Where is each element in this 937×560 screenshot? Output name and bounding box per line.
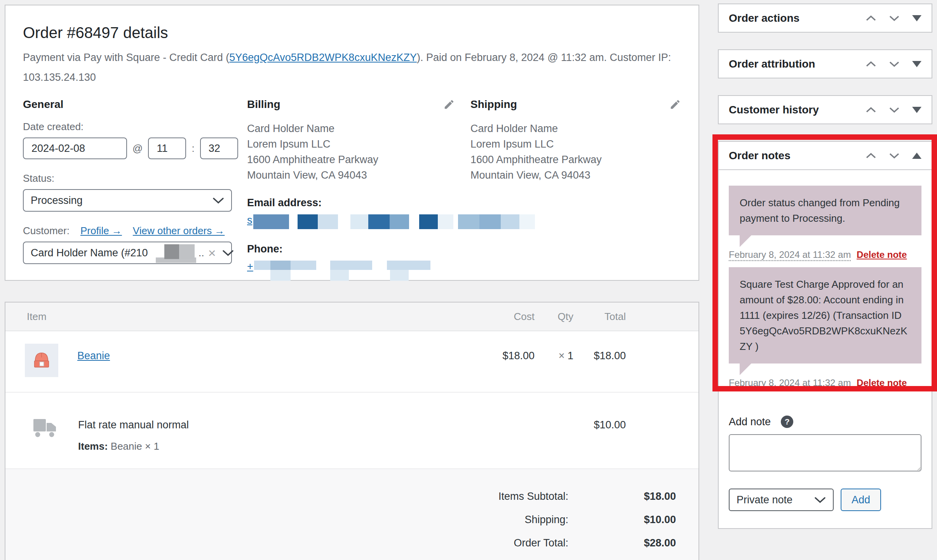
clear-selection-icon[interactable]: ×	[208, 246, 216, 259]
transaction-id-link[interactable]: 5Y6egQcAvo5RDB2WPK8cxuKNezKZY	[229, 52, 417, 63]
note-textarea[interactable]	[729, 434, 921, 471]
shipping-address-line: Lorem Ipsum LLC	[470, 136, 681, 152]
product-thumbnail	[25, 344, 58, 377]
order-notes-title: Order notes	[729, 150, 866, 162]
order-note: Square Test Charge Approved for an amoun…	[729, 267, 921, 388]
move-down-icon[interactable]	[889, 106, 900, 113]
billing-section: Billing Card Holder Name Lorem Ipsum LLC…	[247, 98, 470, 281]
chevron-down-icon	[814, 496, 826, 504]
move-down-icon[interactable]	[889, 61, 900, 68]
customer-value-ellipsis: ..	[199, 247, 204, 259]
line-item-total: $18.00	[573, 331, 626, 392]
collapse-toggle-icon[interactable]	[912, 107, 921, 113]
redacted-customer-id	[149, 243, 196, 262]
add-note-label: Add note	[729, 416, 771, 428]
move-down-icon[interactable]	[889, 15, 900, 22]
sidebar: Order actions Order attribution Customer…	[718, 3, 932, 529]
note-text: Square Test Charge Approved for an amoun…	[729, 267, 921, 363]
at-symbol: @	[132, 143, 143, 155]
profile-link[interactable]: Profile →	[80, 225, 122, 237]
shipping-line-item-row: Flat rate manual normal Items: Beanie × …	[5, 393, 698, 469]
help-icon[interactable]: ?	[781, 416, 793, 428]
items-table-header: Item Cost Qty Total	[5, 303, 698, 331]
totals-row: Order Total: $28.00	[5, 535, 698, 551]
view-other-orders-link[interactable]: View other orders →	[133, 225, 225, 237]
move-up-icon[interactable]	[866, 61, 876, 68]
shipping-heading: Shipping	[470, 98, 517, 111]
customer-history-title: Customer history	[729, 104, 866, 116]
delete-note-link[interactable]: Delete note	[857, 249, 907, 260]
collapse-toggle-icon[interactable]	[912, 61, 921, 67]
phone-label: Phone:	[247, 243, 455, 255]
shipping-address-line: 1600 Amphitheatre Parkway	[470, 152, 681, 167]
shipping-address-line: Mountain View, CA 94043	[470, 167, 681, 183]
notes-list: Order status changed from Pending paymen…	[719, 170, 932, 388]
delete-note-link[interactable]: Delete note	[857, 377, 907, 388]
subtotal-label: Items Subtotal:	[498, 489, 568, 504]
order-totals-section: Items Subtotal: $18.00 Shipping: $10.00 …	[5, 469, 698, 560]
line-item-cost: $18.00	[472, 331, 535, 392]
order-attribution-title: Order attribution	[729, 58, 866, 70]
edit-billing-icon[interactable]	[443, 99, 455, 110]
cost-column-header: Cost	[472, 311, 535, 323]
billing-address-line: Mountain View, CA 94043	[247, 167, 455, 183]
billing-heading: Billing	[247, 98, 280, 111]
shipping-total-value: $10.00	[568, 512, 676, 527]
move-up-icon[interactable]	[866, 15, 876, 22]
redacted-email: s	[247, 214, 455, 229]
truck-icon	[33, 417, 58, 439]
edit-shipping-icon[interactable]	[669, 99, 681, 110]
customer-select[interactable]: Card Holder Name (#210 .. ×	[23, 242, 232, 264]
status-value: Processing	[31, 195, 83, 207]
item-column-header: Item	[5, 311, 472, 323]
email-link-start[interactable]: s	[247, 214, 253, 226]
shipping-items-summary: Items: Beanie × 1	[78, 440, 189, 452]
date-created-label: Date created:	[23, 121, 232, 133]
order-notes-panel: Order notes Order status changed from Pe…	[718, 141, 932, 529]
subtotal-value: $18.00	[568, 489, 676, 504]
phone-link-start[interactable]: +	[247, 261, 253, 273]
customer-label: Customer:	[23, 225, 70, 237]
order-data-columns: General Date created: @ : Status: Proces…	[23, 98, 681, 281]
collapse-toggle-icon[interactable]	[912, 153, 921, 159]
date-created-input[interactable]	[23, 137, 127, 159]
general-section: General Date created: @ : Status: Proces…	[23, 98, 247, 281]
note-date: February 8, 2024 at 11:32 am	[729, 377, 851, 388]
add-note-button[interactable]: Add	[841, 489, 881, 511]
collapse-toggle-icon[interactable]	[912, 15, 921, 21]
chevron-down-icon	[212, 197, 224, 204]
minute-input[interactable]	[200, 137, 238, 159]
move-up-icon[interactable]	[866, 106, 876, 113]
order-details-panel: Order #68497 details Payment via Pay wit…	[5, 5, 699, 281]
redacted-phone: +	[247, 261, 455, 281]
note-type-select[interactable]: Private note	[729, 489, 834, 511]
beanie-image	[30, 349, 53, 372]
order-attribution-panel: Order attribution	[718, 49, 932, 78]
order-total-value: $28.00	[568, 535, 676, 551]
chevron-down-icon	[222, 249, 234, 257]
time-colon: :	[192, 143, 194, 155]
note-bubble-tail	[740, 363, 751, 375]
move-down-icon[interactable]	[889, 152, 900, 159]
customer-history-panel: Customer history	[718, 95, 932, 124]
note-bubble-tail	[740, 235, 751, 247]
customer-row: Customer: Profile → View other orders →	[23, 225, 232, 237]
totals-row: Items Subtotal: $18.00	[5, 489, 698, 504]
order-line-item-row: Beanie $18.00 × 1 $18.00	[5, 331, 698, 393]
customer-value: Card Holder Name (#210	[31, 247, 148, 259]
payment-prefix: Payment via Pay with Square - Credit Car…	[23, 52, 229, 63]
status-select[interactable]: Processing	[23, 189, 232, 212]
line-item-qty: × 1	[535, 331, 573, 392]
hour-input[interactable]	[148, 137, 186, 159]
product-link[interactable]: Beanie	[77, 350, 110, 362]
order-total-label: Order Total:	[514, 535, 568, 551]
billing-address-line: Card Holder Name	[247, 121, 455, 136]
total-column-header: Total	[573, 311, 626, 323]
order-items-panel: Item Cost Qty Total Beanie $18.00 × 1 $1…	[5, 302, 699, 560]
order-note: Order status changed from Pending paymen…	[729, 186, 921, 260]
shipping-total-label: Shipping:	[524, 512, 568, 527]
order-actions-title: Order actions	[729, 12, 866, 24]
move-up-icon[interactable]	[866, 152, 876, 159]
shipping-section: Shipping Card Holder Name Lorem Ipsum LL…	[470, 98, 681, 281]
note-type-value: Private note	[737, 494, 792, 506]
